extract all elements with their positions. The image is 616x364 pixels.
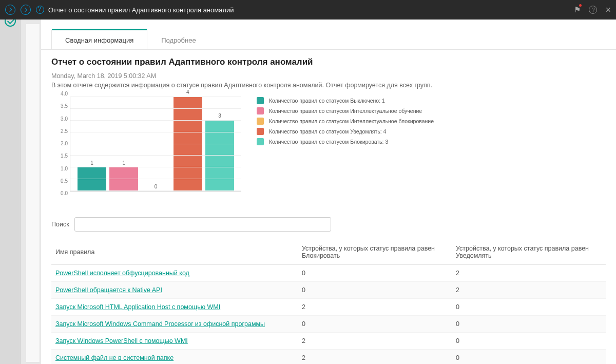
- legend-swatch: [257, 107, 264, 114]
- cell-block: 0: [298, 316, 452, 333]
- legend-item: Количество правил со статусом Интеллекту…: [257, 107, 434, 114]
- title-bar: Отчет о состоянии правил Адаптивного кон…: [0, 0, 616, 20]
- rule-link[interactable]: Системный файл не в системной папке: [55, 354, 174, 361]
- main-panel: Сводная информацияПодробнее Отчет о сост…: [41, 20, 616, 364]
- legend-label: Количество правил со статусом Интеллекту…: [269, 108, 422, 114]
- legend-swatch: [257, 118, 264, 125]
- table-row: PowerShell обращается к Native API02: [51, 282, 606, 299]
- close-button[interactable]: ×: [605, 5, 611, 15]
- cell-block: 0: [298, 282, 452, 299]
- bar-value-label: 4: [186, 89, 189, 97]
- legend-label: Количество правил со статусом Блокироват…: [269, 139, 388, 145]
- table-row: Запуск Microsoft HTML Application Host с…: [51, 299, 606, 316]
- table-row: Запуск Windows PowerShell с помощью WMI2…: [51, 333, 606, 350]
- legend-item: Количество правил со статусом Уведомлять…: [257, 128, 434, 135]
- tab-0[interactable]: Сводная информация: [51, 30, 147, 49]
- bar-value-label: 3: [218, 113, 221, 120]
- cell-notify: 2: [452, 265, 606, 282]
- table-row: PowerShell исполняет обфусцированный код…: [51, 265, 606, 282]
- legend-label: Количество правил со статусом Выключено:…: [269, 98, 385, 104]
- cell-block: 2: [298, 299, 452, 316]
- bar-value-label: 0: [155, 184, 158, 191]
- legend-label: Количество правил со статусом Уведомлять…: [269, 128, 386, 135]
- left-rail: [0, 0, 21, 364]
- bar-chart: 4.03.53.02.52.01.51.00.50.0 11043: [51, 94, 241, 202]
- nav-back-button[interactable]: [5, 5, 15, 15]
- table-row: Запуск Microsoft Windows Command Process…: [51, 316, 606, 333]
- report-title: Отчет о состоянии правил Адаптивного кон…: [51, 57, 606, 67]
- info-icon: [36, 6, 44, 14]
- search-input[interactable]: [74, 217, 331, 232]
- bar-value-label: 1: [123, 160, 126, 167]
- cell-notify: 0: [452, 350, 606, 365]
- report-timestamp: Monday, March 18, 2019 5:00:32 AM: [51, 72, 606, 80]
- legend-item: Количество правил со статусом Интеллекту…: [257, 118, 434, 125]
- chart-block: 4.03.53.02.52.01.51.00.50.0 11043 Количе…: [51, 94, 606, 202]
- tab-bar: Сводная информацияПодробнее: [41, 30, 616, 50]
- search-label: Поиск: [51, 221, 69, 228]
- rule-link[interactable]: Запуск Microsoft Windows Command Process…: [55, 320, 265, 328]
- report-description: В этом отчете содержится информация о ст…: [51, 82, 606, 89]
- nav-forward-button[interactable]: [21, 5, 31, 15]
- legend-label: Количество правил со статусом Интеллекту…: [269, 118, 434, 124]
- legend-item: Количество правил со статусом Блокироват…: [257, 138, 434, 145]
- cell-block: 2: [298, 350, 452, 365]
- cell-notify: 0: [452, 333, 606, 350]
- column-header[interactable]: Устройства, у которых статус правила рав…: [298, 240, 452, 265]
- rules-table: Имя правилаУстройства, у которых статус …: [51, 240, 606, 364]
- help-icon[interactable]: ?: [589, 6, 597, 14]
- legend-swatch: [257, 97, 264, 104]
- cell-block: 2: [298, 333, 452, 350]
- cell-notify: 0: [452, 316, 606, 333]
- rule-link[interactable]: Запуск Windows PowerShell с помощью WMI: [55, 337, 188, 344]
- legend-swatch: [257, 138, 264, 145]
- cell-notify: 0: [452, 299, 606, 316]
- column-header[interactable]: Имя правила: [51, 240, 298, 265]
- legend-swatch: [257, 128, 264, 135]
- side-card-under: [26, 24, 40, 362]
- cell-notify: 2: [452, 282, 606, 299]
- page-title: Отчет о состоянии правил Адаптивного кон…: [48, 6, 234, 14]
- tab-1[interactable]: Подробнее: [147, 30, 209, 49]
- legend-item: Количество правил со статусом Выключено:…: [257, 97, 434, 104]
- bar-value-label: 1: [90, 160, 93, 167]
- cell-block: 0: [298, 265, 452, 282]
- rule-link[interactable]: Запуск Microsoft HTML Application Host с…: [55, 303, 220, 311]
- rule-link[interactable]: PowerShell обращается к Native API: [55, 286, 162, 294]
- rule-link[interactable]: PowerShell исполняет обфусцированный код: [55, 270, 189, 277]
- chart-legend: Количество правил со статусом Выключено:…: [257, 94, 434, 202]
- column-header[interactable]: Устройства, у которых статус правила рав…: [452, 240, 606, 265]
- flag-icon[interactable]: [574, 5, 581, 14]
- table-row: Системный файл не в системной папке20: [51, 350, 606, 365]
